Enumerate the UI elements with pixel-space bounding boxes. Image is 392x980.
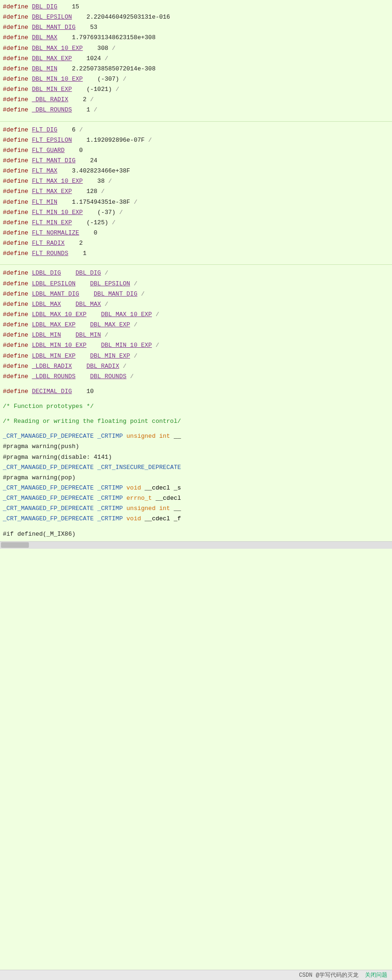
macro-value: 2.2204460492503131e-016: [86, 13, 170, 22]
code-line: #define FLT_MANT_DIG 24: [0, 156, 392, 166]
macro-name: LDBL_DIG: [32, 269, 61, 278]
macro-name: FLT_EPSILON: [32, 136, 72, 145]
define-keyword: #define: [3, 2, 28, 12]
define-keyword: #define: [3, 23, 28, 32]
macro-value: (-307): [97, 75, 119, 84]
code-line: #define FLT_RADIX 2: [0, 238, 392, 248]
code-line: #define LDBL_MAX_EXP DBL_MAX_EXP /: [0, 320, 392, 330]
code-line: #define LDBL_DIG DBL_DIG /: [0, 268, 392, 278]
code-line: #define DBL_MAX 1.7976931348623158e+308: [0, 33, 392, 43]
code-line: #pragma warning(disable: 4141): [0, 452, 392, 462]
code-line: #define LDBL_MANT_DIG DBL_MANT_DIG /: [0, 289, 392, 299]
define-keyword: #define: [3, 85, 28, 94]
define-keyword: #define: [3, 156, 28, 166]
code-line: #define _LDBL_ROUNDS DBL_ROUNDS /: [0, 372, 392, 382]
macro-name: FLT_MIN: [32, 198, 57, 207]
define-keyword: #define: [3, 95, 28, 104]
macro-name: DBL_MAX: [32, 33, 57, 42]
code-line: #define FLT_EPSILON 1.192092896e-07F /: [0, 135, 392, 145]
code-line: #define LDBL_MIN_10_EXP DBL_MIN_10_EXP /: [0, 340, 392, 351]
macro-ref-value: DBL_MIN_10_EXP: [101, 341, 152, 350]
code-line: #pragma warning(push): [0, 442, 392, 452]
code-line: #define LDBL_MAX DBL_MAX /: [0, 299, 392, 310]
macro-ref-value: DBL_MAX_EXP: [90, 320, 130, 330]
define-keyword: #define: [3, 146, 28, 155]
managed-fp-macro: _CRT_MANAGED_FP_DEPRECATE: [3, 432, 94, 441]
macro-value: (-125): [86, 218, 108, 228]
macro-value: 38: [97, 177, 105, 186]
macro-ref-value: DBL_MAX_10_EXP: [101, 310, 152, 319]
macro-name: FLT_MIN_10_EXP: [32, 208, 83, 217]
comment-text: /* Function prototypes */: [3, 402, 94, 411]
code-line: [0, 116, 392, 120]
macro-value: 128: [86, 187, 97, 196]
code-line: #define FLT_MIN_10_EXP (-37) /: [0, 207, 392, 218]
code-line: #define DBL_MIN 2.2250738585072014e-308: [0, 64, 392, 74]
macro-ref-value: DBL_EPSILON: [90, 279, 130, 289]
macro-name: _DBL_ROUNDS: [32, 105, 72, 115]
scrollbar-thumb[interactable]: [1, 542, 29, 548]
macro-value: (-37): [97, 208, 116, 217]
code-line: #define FLT_MAX_EXP 128 /: [0, 186, 392, 197]
managed-fp-macro: _CRT_MANAGED_FP_DEPRECATE: [3, 514, 94, 524]
macro-name: DBL_MAX_EXP: [32, 54, 72, 63]
code-line: #define FLT_ROUNDS 1: [0, 248, 392, 259]
macro-value: 1024: [86, 54, 101, 63]
macro-name: LDBL_MIN: [32, 331, 61, 340]
define-keyword: #define: [3, 341, 28, 350]
define-keyword: #define: [3, 290, 28, 299]
code-line: [0, 525, 392, 529]
code-line: #define _DBL_ROUNDS 1 /: [0, 105, 392, 115]
crt-insecure-macro: _CRT_INSECURE_DEPRECATE: [97, 463, 181, 472]
macro-ref-value: DBL_DIG: [76, 269, 101, 278]
macro-value: 1.7976931348623158e+308: [72, 33, 155, 42]
define-keyword: #define: [3, 136, 28, 145]
code-line: #define DBL_MANT_DIG 53: [0, 22, 392, 33]
code-viewer: #define DBL_DIG 15 #define DBL_EPSILON 2…: [0, 0, 392, 541]
horizontal-scrollbar[interactable]: [0, 541, 392, 549]
code-line: [0, 121, 392, 124]
macro-name: _DBL_RADIX: [32, 95, 68, 104]
macro-name: DBL_MIN_EXP: [32, 85, 72, 94]
define-keyword: #define: [3, 54, 28, 63]
macro-name: LDBL_MANT_DIG: [32, 290, 79, 299]
define-keyword: #define: [3, 177, 28, 186]
managed-fp-macro: _CRT_MANAGED_FP_DEPRECATE: [3, 504, 94, 513]
macro-value: 3.402823466e+38F: [72, 166, 130, 176]
code-line: #define DECIMAL_DIG 10: [0, 386, 392, 397]
code-line: /* Reading or writing the floating point…: [0, 416, 392, 427]
define-keyword: #define: [3, 208, 28, 217]
crtimp-macro: _CRTIMP: [97, 514, 123, 524]
macro-value: 308: [97, 44, 108, 53]
macro-name: LDBL_EPSILON: [32, 279, 76, 289]
macro-name: DBL_DIG: [32, 2, 57, 12]
macro-name: _LDBL_RADIX: [32, 362, 72, 371]
code-line: _CRT_MANAGED_FP_DEPRECATE _CRT_INSECURE_…: [0, 462, 392, 473]
define-keyword: #define: [3, 125, 28, 135]
macro-name: FLT_MAX_10_EXP: [32, 177, 83, 186]
code-line: [0, 259, 392, 263]
macro-name: DBL_MAX_10_EXP: [32, 44, 83, 53]
macro-name: FLT_GUARD: [32, 146, 64, 155]
macro-name: DBL_MIN: [32, 64, 57, 74]
define-keyword: #define: [3, 310, 28, 319]
code-line: _CRT_MANAGED_FP_DEPRECATE _CRTIMP void _…: [0, 483, 392, 493]
code-line: #define LDBL_MIN_EXP DBL_MIN_EXP /: [0, 351, 392, 361]
macro-ref-value: DBL_MIN_EXP: [90, 352, 130, 361]
code-line: #define _DBL_RADIX 2 /: [0, 95, 392, 105]
macro-name: FLT_MIN_EXP: [32, 218, 72, 228]
code-line: #define DBL_MIN_10_EXP (-307) /: [0, 74, 392, 84]
code-line: #define _LDBL_RADIX DBL_RADIX /: [0, 361, 392, 372]
code-line: _CRT_MANAGED_FP_DEPRECATE _CRTIMP errno_…: [0, 493, 392, 504]
code-line: _CRT_MANAGED_FP_DEPRECATE _CRTIMP unsign…: [0, 504, 392, 514]
code-line: [0, 382, 392, 386]
int-keyword: int: [159, 432, 170, 441]
crtimp-macro: _CRTIMP: [97, 483, 123, 493]
macro-value: 0: [79, 146, 83, 155]
macro-name: DBL_EPSILON: [32, 13, 72, 22]
define-keyword: #define: [3, 13, 28, 22]
macro-name: FLT_MANT_DIG: [32, 156, 76, 166]
define-keyword: #define: [3, 331, 28, 340]
unsigned-keyword: unsigned: [126, 432, 155, 441]
define-keyword: #define: [3, 362, 28, 371]
